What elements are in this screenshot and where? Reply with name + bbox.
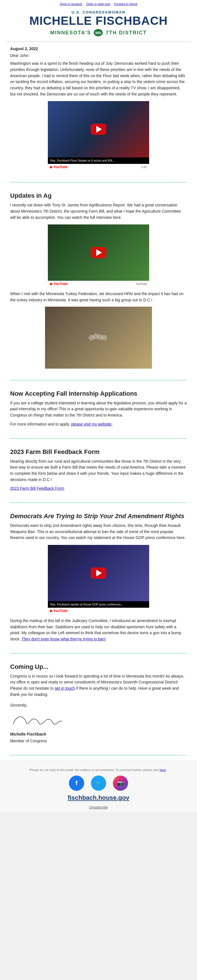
coming-up-heading: Coming Up...	[10, 663, 187, 670]
svg-text:MN: MN	[95, 31, 101, 35]
video1-container[interactable]: Rep. Fischbach Floor Debate on 6 actors …	[48, 101, 149, 170]
video1-caption-bar: Rep. Fischbach Floor Debate on 6 actors …	[48, 158, 149, 164]
footer: Please do not reply to this email, the m…	[0, 760, 197, 813]
main-content: August 2, 2022 Dear John: Washington was…	[0, 42, 197, 177]
internship-heading: Now Accepting Fall Internship Applicatio…	[10, 390, 187, 397]
section-2a: Democrats Are Trying to Strip Your 2nd A…	[0, 508, 197, 648]
video1-duration: 5:41	[141, 165, 147, 169]
play-triangle-icon-2	[96, 249, 102, 256]
open-browser-link[interactable]: Open in browser	[60, 2, 83, 6]
svg-point-5	[101, 335, 107, 340]
video1-title: Rep. Fischbach Floor Debate on 6 actors …	[50, 159, 147, 162]
minnesota-label: MINNESOTA'S	[50, 30, 91, 36]
twitter-link[interactable]: 🐦	[91, 776, 106, 791]
farmbill-paragraph: Hearing directly from our rural and agri…	[10, 458, 187, 483]
turkey-group-image	[45, 307, 152, 369]
video2-youtube-bar: ▶ YouTube YouTube	[48, 281, 149, 287]
get-in-touch-link[interactable]: get in touch	[55, 686, 75, 690]
video1-thumbnail[interactable]	[48, 101, 149, 158]
salutation: Dear John:	[10, 53, 187, 58]
video4-container[interactable]: Rep. Fischbach speaks at House GOP press…	[48, 545, 149, 614]
more-info-text: For more information and to apply,	[10, 422, 70, 426]
2a-ban-link[interactable]: They don't even know what they're trying…	[21, 637, 106, 641]
instagram-link[interactable]: 📷	[113, 776, 128, 791]
unsubscribe-text: Unsubscribe	[10, 805, 187, 809]
video4-play-button[interactable]	[91, 568, 106, 579]
forward-link[interactable]: Forward to friend	[114, 2, 137, 6]
section-internship: Now Accepting Fall Internship Applicatio…	[0, 385, 197, 433]
website-link[interactable]: fischbach.house.gov	[10, 794, 187, 802]
social-icons-row: f 🐦 📷	[10, 776, 187, 791]
footer-disclaimer: Please do not reply to this email, the m…	[10, 768, 187, 772]
district-row: MINNESOTA'S MN 7TH DISTRICT	[6, 29, 191, 37]
play-triangle-icon	[96, 126, 102, 133]
ag-paragraph1: I recently sat down with Tony St. James …	[10, 202, 187, 221]
section-divider-3	[10, 438, 187, 439]
header-section: U.S. CONGRESSWOMAN MICHELLE FISCHBACH MI…	[0, 7, 197, 41]
signature-image	[10, 712, 187, 730]
youtube-icon-4: ▶ YouTube	[50, 609, 68, 613]
footer-here-link[interactable]: here	[160, 768, 166, 772]
twitter-icon: 🐦	[95, 780, 102, 786]
section-divider-1	[10, 182, 187, 183]
section-divider-4	[10, 503, 187, 503]
facebook-icon: f	[75, 780, 78, 787]
signature-name: Michelle Fischbach	[10, 731, 187, 738]
video1-youtube-bar: ▶ YouTube 5:41	[48, 164, 149, 170]
video2-container[interactable]: ▶ YouTube YouTube	[48, 224, 149, 287]
congresswoman-label: U.S. CONGRESSWOMAN	[6, 10, 191, 14]
2a-paragraph2: During the markup of this bill in the Ju…	[10, 618, 187, 642]
farmbill-heading: 2023 Farm Bill Feedback Form	[10, 448, 187, 456]
email-container: Open in browser Open in plain text Forwa…	[0, 0, 197, 812]
video4-title: Rep. Fischbach speaks at House GOP press…	[50, 603, 147, 606]
section-divider-6	[10, 755, 187, 756]
ag-heading: Updates in Ag	[10, 192, 187, 199]
internship-paragraph: If you are a college student interested …	[10, 400, 187, 418]
top-bar: Open in browser Open in plain text Forwa…	[0, 0, 197, 7]
date-line: August 2, 2022	[10, 46, 187, 51]
ag-paragraph2: When I met with the Minnesota Turkey Fed…	[10, 291, 187, 303]
internship-more-info: For more information and to apply, pleas…	[10, 421, 187, 428]
section-coming-up: Coming Up... Congress is in recess so I …	[0, 659, 197, 750]
instagram-icon: 📷	[117, 780, 124, 786]
section-divider-2	[10, 380, 187, 380]
video2-thumbnail[interactable]	[48, 224, 149, 281]
youtube-icon-1: ▶ YouTube	[50, 165, 68, 169]
district-label: 7TH DISTRICT	[106, 30, 147, 36]
2a-heading: Democrats Are Trying to Strip Your 2nd A…	[10, 512, 187, 520]
intro-paragraph: Washington was in a sprint to the finish…	[10, 60, 187, 97]
minnesota-logo-icon: MN	[93, 29, 103, 37]
video4-caption-bar: Rep. Fischbach speaks at House GOP press…	[48, 601, 149, 608]
2a-paragraph1: Democrats want to strip 2nd Amendment ri…	[10, 523, 187, 541]
name-label: MICHELLE FISCHBACH	[6, 14, 191, 27]
play-triangle-icon-4	[96, 570, 102, 576]
video4-youtube-bar: ▶ YouTube	[48, 608, 149, 614]
video2-play-button[interactable]	[91, 247, 106, 258]
unsubscribe-link[interactable]: Unsubscribe	[89, 805, 108, 809]
video1-play-button[interactable]	[91, 124, 106, 135]
open-plain-link[interactable]: Open in plain text	[86, 2, 110, 6]
internship-website-link[interactable]: please visit my website.	[71, 422, 113, 426]
section-ag: Updates in Ag I recently sat down with T…	[0, 188, 197, 375]
farmbill-feedback-link[interactable]: 2023 Farm Bill Feedback Form	[10, 486, 64, 490]
facebook-link[interactable]: f	[69, 776, 84, 791]
video2-platform: YouTube	[136, 282, 147, 286]
section-divider-5	[10, 653, 187, 654]
video4-thumbnail[interactable]	[48, 545, 149, 601]
sincerely-text: Sincerely,	[10, 702, 187, 708]
youtube-icon-2: ▶ YouTube	[50, 282, 68, 286]
section-farmbill: 2023 Farm Bill Feedback Form Hearing dir…	[0, 444, 197, 497]
disclaimer-text: Please do not reply to this email, the m…	[29, 768, 159, 772]
farmbill-link-container: 2023 Farm Bill Feedback Form	[10, 485, 187, 492]
signature-section: Sincerely, Michelle Fischbach Member of …	[10, 702, 187, 744]
coming-up-paragraph: Congress is in recess so I look forward …	[10, 673, 187, 698]
member-title: Member of Congress	[10, 738, 187, 744]
